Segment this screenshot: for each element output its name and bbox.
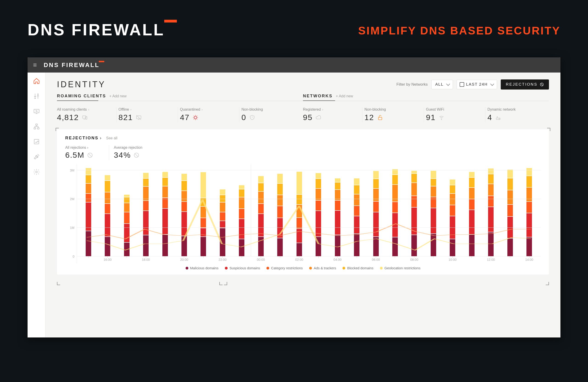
sidebar <box>28 73 45 338</box>
roaming-tab-title: ROAMING CLIENTS <box>57 94 106 99</box>
x-axis-label <box>501 258 520 263</box>
sidebar-reports-icon[interactable] <box>33 138 40 145</box>
bar-column <box>462 165 481 256</box>
summary-all-rejections: All rejections ›6.5M <box>65 145 103 161</box>
legend-swatch <box>266 267 269 269</box>
rejections-see-all[interactable]: See all <box>106 136 117 140</box>
stat-offline[interactable]: Offline ›821 <box>119 106 180 123</box>
sidebar-monitor-icon[interactable] <box>33 108 40 115</box>
stat-value: 4 <box>487 113 492 122</box>
x-axis-label: 18:00 <box>136 258 155 263</box>
page-title: IDENTITY <box>57 80 106 89</box>
svg-point-1 <box>38 94 38 95</box>
x-axis-label <box>117 258 136 263</box>
app-title-accent <box>99 61 104 62</box>
svg-rect-10 <box>85 116 87 119</box>
x-axis-label: 04:00 <box>328 258 347 263</box>
bar-column <box>79 165 98 256</box>
legend-swatch <box>342 267 345 269</box>
stat-non-blocking: Non-blocking0 <box>241 106 303 123</box>
summary-label: Average rejection <box>114 145 142 150</box>
stat-guest-wifi: Guest WiFi91 <box>426 106 488 123</box>
roaming-add-new[interactable]: Add new <box>109 94 126 98</box>
app-window: ≡ DNS FIREWALL IDENTITY Filter by Networ… <box>28 57 560 338</box>
bar-column <box>175 165 194 256</box>
stat-all-roaming-clients[interactable]: All roaming clients ›4,812 <box>57 106 119 123</box>
legend-suspicious[interactable]: Suspicious domains <box>225 266 260 270</box>
legend-malicious[interactable]: Malicious domains <box>186 266 218 270</box>
y-axis-tick: 3M <box>70 168 74 172</box>
stat-value: 91 <box>426 113 436 122</box>
y-axis-tick: 0 <box>73 255 74 258</box>
sidebar-network-icon[interactable] <box>33 123 40 130</box>
hero-accent-bar <box>164 20 177 22</box>
svg-rect-13 <box>378 117 382 120</box>
legend-geo[interactable]: Geolocation restrictions <box>380 266 420 270</box>
device-icon <box>82 115 88 121</box>
filter-label: Filter by Networks <box>397 82 428 87</box>
bar-column <box>405 165 424 256</box>
topbar: ≡ DNS FIREWALL <box>28 57 560 73</box>
rejections-button[interactable]: REJECTIONS <box>501 80 549 90</box>
bar-column <box>271 165 290 256</box>
x-axis-label: 10:00 <box>443 258 462 263</box>
legend-label: Geolocation restrictions <box>384 266 420 270</box>
bar-column <box>482 165 501 256</box>
rejections-card: REJECTIONS› See all All rejections ›6.5M… <box>57 129 549 275</box>
hero-tagline: SIMPLIFY DNS BASED SECURITY <box>358 24 560 37</box>
y-axis-tick: 2M <box>70 197 74 201</box>
legend-label: Malicious domains <box>190 266 218 270</box>
stat-value: 0 <box>241 113 246 122</box>
bar-column <box>194 165 213 256</box>
bar-column <box>328 165 347 256</box>
sidebar-traffic-icon[interactable] <box>33 93 40 100</box>
rejections-card-title[interactable]: REJECTIONS› <box>65 136 102 141</box>
legend-blocked[interactable]: Blocked domains <box>342 266 373 270</box>
stat-quarantined[interactable]: Quarantined ›47 <box>180 106 242 123</box>
stat-value: 4,812 <box>57 113 79 122</box>
cloud-icon <box>315 115 322 121</box>
stat-label[interactable]: Registered › <box>303 107 361 112</box>
menu-toggle-icon[interactable]: ≡ <box>33 61 37 69</box>
x-axis-label <box>194 258 213 263</box>
block-icon <box>133 152 140 158</box>
network-select[interactable]: ALL <box>431 80 453 89</box>
x-axis-label <box>155 258 175 263</box>
legend-swatch <box>309 267 312 269</box>
stat-value: 12 <box>364 113 374 122</box>
networks-add-new[interactable]: Add new <box>336 94 353 98</box>
x-axis-label: 06:00 <box>366 258 385 263</box>
header-controls: Filter by Networks ALL LAST 24H REJECTIO… <box>397 80 549 90</box>
bar-column <box>98 165 117 256</box>
bar-column <box>443 165 462 256</box>
legend-swatch <box>225 267 228 269</box>
stat-label[interactable]: All roaming clients › <box>57 107 115 112</box>
svg-rect-3 <box>36 124 38 125</box>
bar-column <box>385 165 404 256</box>
sidebar-home-icon[interactable] <box>33 78 40 84</box>
legend-label: Suspicious domains <box>230 266 260 270</box>
time-range-select[interactable]: LAST 24H <box>457 80 497 89</box>
block-icon <box>87 152 93 158</box>
x-axis-label <box>424 258 443 263</box>
stat-registered[interactable]: Registered ›95 <box>303 106 364 123</box>
x-axis-label: 08:00 <box>405 258 424 263</box>
sidebar-tools-icon[interactable] <box>33 153 40 160</box>
stat-label[interactable]: Quarantined › <box>180 107 238 112</box>
sidebar-settings-icon[interactable] <box>33 168 40 175</box>
legend-category[interactable]: Category restrictions <box>266 266 303 270</box>
summary-label[interactable]: All rejections › <box>65 145 93 150</box>
roaming-section: ROAMING CLIENTS Add new All roaming clie… <box>57 94 303 123</box>
rejections-icon <box>540 82 544 86</box>
rejections-chart: 01M2M3M 16:0018:0020:0022:0000:0002:0004… <box>65 165 541 263</box>
svg-point-12 <box>194 116 197 119</box>
stat-value: 95 <box>303 113 313 122</box>
svg-point-16 <box>499 119 499 119</box>
legend-ads[interactable]: Ads & trackers <box>309 266 336 270</box>
stat-label[interactable]: Offline › <box>119 107 176 112</box>
stat-label: Non-blocking <box>241 107 299 112</box>
bar-column <box>309 165 328 256</box>
x-axis-label <box>271 258 290 263</box>
bar-column <box>155 165 175 256</box>
legend-label: Category restrictions <box>271 266 303 270</box>
